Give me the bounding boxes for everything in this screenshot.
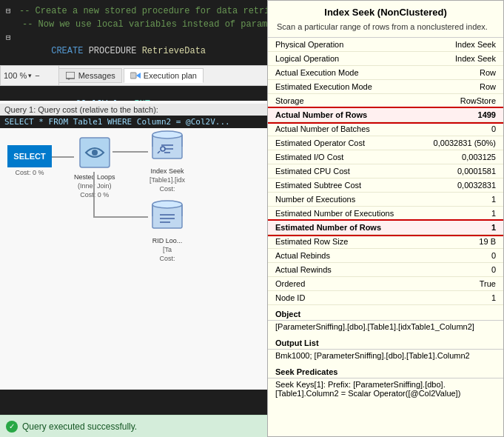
editor-line-2: -- Now we use local variables instead of… (0, 18, 274, 31)
select-cost: Cost: 0 % (15, 169, 44, 176)
tab-messages[interactable]: Messages (58, 68, 122, 83)
select-label: SELECT (13, 152, 45, 161)
svg-rect-4 (66, 72, 75, 79)
message-icon (65, 71, 75, 80)
tooltip-cell-value: 1 (409, 207, 503, 221)
tooltip-description: Scan a particular range of rows from a n… (268, 21, 503, 38)
expand-icon-1[interactable]: ⊟ (6, 4, 18, 18)
tooltip-cell-value: 0 (409, 122, 503, 136)
tooltip-cell-label: Actual Number of Rows (268, 108, 409, 122)
tooltip-cell-value: 0,0032831 (409, 179, 503, 193)
tooltip-cell-label: Node ID (268, 291, 409, 305)
zoom-value: 100 % (4, 71, 27, 80)
tooltip-row: Estimated Number of Executions 1 (268, 207, 503, 221)
tooltip-cell-value: 1 (409, 193, 503, 207)
tooltip-cell-label: Logical Operation (268, 52, 409, 66)
code-line-1: -- Create a new stored procedure for dat… (19, 4, 274, 18)
tooltip-row: Estimated Row Size 19 B (268, 235, 503, 249)
code-line-2: -- Now we use local variables instead of… (22, 18, 274, 31)
tooltip-cell-value: 0 (409, 263, 503, 277)
index-seek-sub: [Table1].[idx (149, 176, 185, 184)
tooltip-row: Actual Rewinds 0 (268, 263, 503, 277)
tooltip-cell-value: Row (409, 66, 503, 80)
tooltip-cell-label: Estimated Number of Rows (268, 221, 409, 235)
plan-container: Query 1: Query cost (relative to the bat… (0, 101, 274, 390)
rid-lookup-cost: Cost: (159, 255, 175, 262)
tooltip-cell-label: Estimated CPU Cost (268, 164, 409, 179)
tooltip-section-output: Output List (268, 334, 503, 350)
rid-lookup-icon (148, 197, 187, 236)
status-text: Query executed successfully. (22, 421, 137, 432)
select-box: SELECT (7, 145, 52, 167)
connector-1 (52, 156, 74, 158)
query-info-row2: SELECT * FROM Table1 WHERE Column2 = @Co… (0, 116, 274, 128)
connector-vert (93, 172, 95, 216)
tooltip-row: Estimated I/O Cost 0,003125 (268, 150, 503, 164)
tooltip-section-object: Object (268, 305, 503, 321)
tooltip-row: Actual Rebinds 0 (268, 249, 503, 263)
tooltip-cell-value: 1499 (409, 108, 503, 122)
tooltip-cell-value: 0,003125 (409, 150, 503, 164)
tooltip-row: Storage RowStore (268, 94, 503, 108)
tooltip-cell-label: Estimated Operator Cost (268, 136, 409, 150)
svg-rect-5 (130, 73, 136, 79)
tooltip-cell-label: Actual Execution Mode (268, 66, 409, 80)
tooltip-cell-value: RowStore (409, 94, 503, 108)
tooltip-cell-value: Index Seek (409, 38, 503, 52)
tooltip-row: Ordered True (268, 277, 503, 291)
tooltip-cell-label: Number of Executions (268, 193, 409, 207)
tooltip-cell-value: Row (409, 80, 503, 94)
tooltip-cell-label: Estimated Number of Executions (268, 207, 409, 221)
svg-point-10 (152, 131, 182, 139)
rid-lookup-sub: [Ta (163, 246, 172, 253)
editor-line-1: ⊟ -- Create a new stored procedure for d… (0, 4, 274, 18)
tooltip-cell-value: 1 (409, 221, 503, 235)
index-seek-cost: Cost: (159, 185, 175, 193)
tooltip-cell-value: 0,0001581 (409, 164, 503, 179)
tooltip-cell-label: Physical Operation (268, 38, 409, 52)
expand-icon-3[interactable]: ⊟ (6, 31, 18, 44)
node-rid-lookup[interactable]: RID Loo... [Ta Cost: (148, 197, 187, 262)
tooltip-title: Index Seek (NonClustered) (268, 1, 503, 21)
zoom-minus-icon[interactable]: − (35, 71, 39, 80)
tooltip-cell-label: Estimated Execution Mode (268, 80, 409, 94)
zoom-chevron-icon[interactable]: ▾ (28, 72, 32, 79)
tooltip-output-content: Bmk1000; [ParameterSniffing].[dbo].[Tabl… (268, 350, 503, 363)
exec-icon (130, 71, 141, 80)
svg-point-13 (152, 201, 182, 208)
zoom-control[interactable]: 100 % ▾ − (0, 65, 59, 86)
tooltip-row: Estimated Operator Cost 0,0032831 (50%) (268, 136, 503, 150)
tooltip-row: Estimated CPU Cost 0,0001581 (268, 164, 503, 179)
tooltip-row: Actual Number of Batches 0 (268, 122, 503, 136)
tooltip-row: Estimated Subtree Cost 0,0032831 (268, 179, 503, 193)
tooltip-row: Logical Operation Index Seek (268, 52, 503, 66)
nested-loops-icon (75, 133, 114, 172)
tooltip-cell-value: 0 (409, 249, 503, 263)
tooltip-cell-label: Estimated I/O Cost (268, 150, 409, 164)
svg-marker-6 (136, 73, 141, 79)
tooltip-cell-label: Estimated Row Size (268, 235, 409, 249)
tooltip-section-seek: Seek Predicates (268, 363, 503, 378)
tooltip-cell-label: Actual Rebinds (268, 249, 409, 263)
tab-execution-plan-label: Execution plan (144, 71, 197, 80)
check-icon: ✓ (6, 421, 18, 433)
tooltip-cell-value: 0,0032831 (50%) (409, 136, 503, 150)
query-line1: Query 1: Query cost (relative to the bat… (4, 105, 158, 114)
tooltip-cell-label: Ordered (268, 277, 409, 291)
node-index-seek[interactable]: Index Seek [Table1].[idx Cost: (148, 127, 187, 193)
tooltip-row: Node ID 1 (268, 291, 503, 305)
gutter-5 (6, 84, 18, 98)
tooltip-seek-content: Seek Keys[1]: Prefix: [ParameterSniffing… (268, 378, 503, 401)
index-seek-label: Index Seek (150, 167, 184, 175)
rid-lookup-label: RID Loo... (152, 237, 183, 244)
node-select[interactable]: SELECT Cost: 0 % (7, 145, 52, 176)
connector-2 (112, 151, 148, 153)
tab-execution-plan[interactable]: Execution plan (124, 68, 204, 83)
tooltip-row: Physical Operation Index Seek (268, 38, 503, 52)
index-seek-icon (148, 127, 187, 166)
tooltip-row: Estimated Execution Mode Row (268, 80, 503, 94)
query-line2: SELECT * FROM Table1 WHERE Column2 = @Co… (4, 117, 230, 127)
tab-messages-label: Messages (78, 71, 115, 80)
tooltip-cell-value: 19 B (409, 235, 503, 249)
status-bar: ✓ Query executed successfully. (0, 415, 274, 437)
